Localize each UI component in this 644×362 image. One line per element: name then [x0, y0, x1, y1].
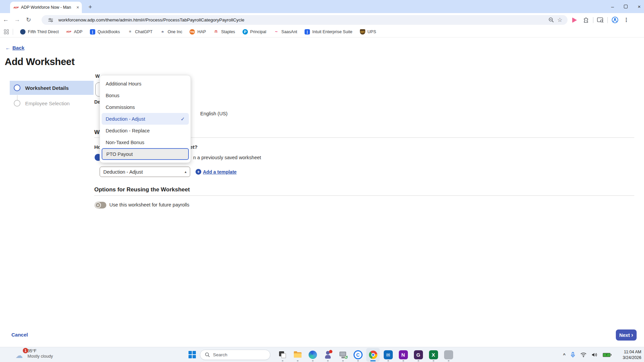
reuse-section-heading: Options for Reusing the Worksheet	[94, 186, 190, 193]
url-bar[interactable]: workforcenow.adp.com/theme/admin.html#/P…	[42, 15, 568, 25]
bookmark-ups[interactable]: upsUPS	[360, 29, 376, 35]
bookmark-staples[interactable]: ⊓Staples	[213, 29, 235, 35]
calculator-app-button[interactable]	[442, 348, 455, 362]
forward-nav-icon[interactable]: →	[11, 16, 23, 23]
back-nav-icon[interactable]: ←	[0, 16, 11, 23]
bookmark-one-inc[interactable]: ılıOne Inc	[160, 29, 182, 35]
browser-tab[interactable]: ADP ADP Workforce Now - Manage ×	[10, 2, 82, 13]
search-icon	[205, 352, 210, 357]
purple-g-app-button[interactable]: G	[412, 348, 425, 362]
one-inc-favicon-icon: ılı	[160, 29, 165, 35]
speaker-icon[interactable]	[592, 352, 598, 357]
dropdown-option-additional-hours[interactable]: Additional Hours	[102, 78, 189, 89]
intuit-enterprise-suite-favicon-icon: |	[305, 29, 310, 35]
weather-condition: Mostly cloudy	[28, 354, 53, 359]
bookmark-principal[interactable]: PPrincipal	[243, 29, 266, 35]
dropdown-option-bonus[interactable]: Bonus	[102, 89, 189, 101]
task-view-button[interactable]	[276, 348, 289, 362]
window-minimize-button[interactable]: –	[611, 4, 614, 9]
taskbar-clock[interactable]: 11:04 AM 3/24/2026	[623, 349, 641, 361]
bookmark-chatgpt[interactable]: ✳ChatGPT	[127, 29, 153, 35]
dropdown-option-label: Deduction - Adjust	[106, 116, 145, 122]
bookmark-intuit-enterprise-suite[interactable]: |Intuit Enterprise Suite	[305, 29, 353, 35]
bookmark-label: HAP	[197, 29, 206, 34]
bookmark-fifth-third-direct[interactable]: Fifth Third Direct	[20, 29, 59, 35]
step-worksheet-details[interactable]: Worksheet Details	[10, 81, 94, 95]
dropdown-option-commissions[interactable]: Commissions	[102, 101, 189, 113]
saved-worksheet-option-fragment[interactable]: n a previously saved worksheet	[193, 155, 261, 160]
bookmark-saasant[interactable]: ∼SaasAnt	[274, 29, 297, 35]
outlook-button[interactable]: ✉	[381, 348, 395, 362]
adp-favicon-icon: ADP	[66, 29, 71, 35]
teams-button[interactable]	[321, 348, 334, 362]
step-employee-selection[interactable]: Employee Selection	[10, 96, 94, 110]
dropdown-option-pto-payout[interactable]: PTO Payout	[102, 148, 189, 160]
site-settings-tune-icon[interactable]	[46, 16, 55, 24]
bookmark-star-icon[interactable]: ☆	[555, 16, 564, 24]
cancel-button[interactable]: Cancel	[11, 332, 28, 338]
url-text[interactable]: workforcenow.adp.com/theme/admin.html#/P…	[58, 17, 244, 22]
pink-extension-icon[interactable]	[570, 16, 579, 24]
principal-favicon-icon: P	[243, 29, 248, 35]
dropdown-option-label: Additional Hours	[106, 81, 141, 86]
extensions-puzzle-icon[interactable]	[582, 16, 590, 24]
taskbar-search[interactable]: Search	[200, 350, 270, 360]
start-button[interactable]	[189, 351, 197, 359]
next-button[interactable]: Next ›	[616, 329, 637, 341]
bookmark-label: Fifth Third Direct	[28, 29, 59, 34]
dropdown-option-label: Non-Taxed Bonus	[106, 140, 144, 145]
profile-icon[interactable]	[610, 16, 619, 24]
dropdown-option-deduction-adjust[interactable]: Deduction - Adjust✓	[102, 113, 189, 125]
back-link[interactable]: ←Back	[5, 45, 24, 51]
add-template-link[interactable]: + Add a template	[196, 169, 236, 175]
wifi-icon[interactable]	[580, 352, 587, 357]
dropdown-option-non-taxed-bonus[interactable]: Non-Taxed Bonus	[102, 136, 189, 148]
window-close-button[interactable]: ×	[638, 4, 641, 9]
edge-button[interactable]	[306, 348, 319, 362]
toggle-label: Use this worksheet for future payrolls	[109, 202, 190, 207]
dropdown-option-label: Bonus	[106, 93, 119, 98]
browser-menu-kebab-icon[interactable]: ⋮	[622, 16, 631, 24]
c-app-button[interactable]: C	[351, 348, 365, 362]
apps-grid-icon[interactable]	[4, 29, 9, 34]
battery-charging-icon[interactable]: ⚡	[603, 353, 610, 357]
payroll-category-dropdown: Additional HoursBonusCommissionsDeductio…	[100, 75, 191, 163]
future-payrolls-toggle[interactable]: ×	[95, 202, 106, 208]
step-label: Employee Selection	[25, 101, 70, 106]
bookmark-label: QuickBooks	[98, 29, 120, 34]
browser-titlebar: ADP ADP Workforce Now - Manage × + – ×	[0, 0, 644, 13]
step-circle-active	[14, 84, 20, 91]
file-explorer-button[interactable]	[291, 348, 304, 362]
new-tab-button[interactable]: +	[86, 3, 95, 11]
bookmark-label: UPS	[368, 29, 376, 34]
tray-chevron-icon[interactable]: ^	[563, 352, 566, 357]
back-arrow-icon: ←	[5, 45, 10, 51]
windows-taskbar: ☁ 1 35°F Mostly cloudy Search ↺ C ✉	[0, 347, 644, 362]
window-maximize-button[interactable]	[624, 5, 628, 8]
cloud-icon: ☁	[15, 351, 23, 360]
bookmark-label: ADP	[74, 29, 83, 34]
weather-widget[interactable]: ☁ 1 35°F Mostly cloudy	[15, 349, 53, 360]
side-search-icon[interactable]	[596, 16, 605, 24]
bookmark-label: Principal	[250, 29, 266, 34]
bookmark-adp[interactable]: ADPADP	[66, 29, 83, 35]
dropdown-option-deduction-replace[interactable]: Deduction - Replace	[102, 125, 189, 136]
onenote-button[interactable]: N	[396, 348, 410, 362]
bookmark-quickbooks[interactable]: |QuickBooks	[90, 29, 120, 35]
payroll-category-value: Deduction - Adjust	[103, 169, 143, 175]
reload-icon[interactable]: ↻	[23, 16, 34, 23]
chrome-button-active[interactable]	[366, 348, 380, 362]
page-title: Add Worksheet	[5, 56, 74, 67]
microphone-icon[interactable]	[571, 352, 575, 358]
staples-favicon-icon: ⊓	[213, 29, 219, 35]
tab-close-icon[interactable]: ×	[76, 5, 79, 10]
excel-button[interactable]: X	[427, 348, 440, 362]
payroll-category-select[interactable]: Deduction - Adjust ▴	[100, 167, 190, 177]
language-value: English (US)	[200, 111, 227, 116]
bookmark-hap[interactable]: hapHAP	[190, 29, 206, 35]
add-template-label: Add a template	[203, 169, 236, 175]
zoom-out-icon[interactable]	[547, 16, 555, 24]
bookmarks-divider	[13, 29, 13, 35]
remote-desktop-button[interactable]: ↺	[336, 348, 350, 362]
ups-favicon-icon: ups	[360, 29, 365, 35]
